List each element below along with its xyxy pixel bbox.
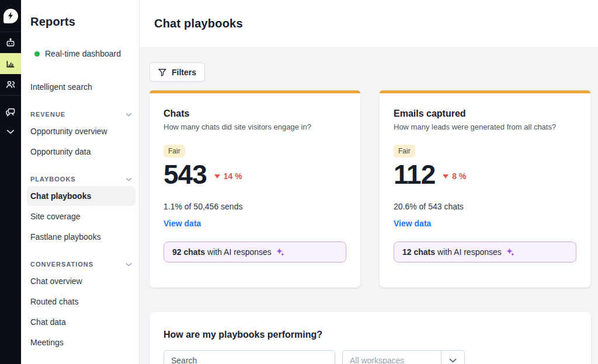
metric-delta: 14 % [214, 172, 242, 181]
sidebar-item-chat-data[interactable]: Chat data [27, 312, 135, 332]
app-window: Reports Real-time dashboard Intelligent … [0, 0, 598, 364]
main-header: Chat playbooks [140, 0, 598, 47]
sidebar-item-label: Fastlane playbooks [30, 232, 101, 242]
rail-item-team[interactable] [0, 74, 21, 95]
section-label: CONVERSATIONS [30, 261, 93, 268]
sidebar-item-label: Real-time dashboard [45, 49, 121, 58]
section-header-conversations[interactable]: CONVERSATIONS [30, 261, 132, 268]
filters-button-label: Filters [172, 68, 196, 77]
robot-icon [5, 37, 16, 48]
workspace-select[interactable]: All workspaces [342, 350, 465, 364]
page-title: Chat playbooks [154, 17, 243, 30]
users-icon [5, 79, 16, 90]
metric-context: 1.1% of 50,456 sends [164, 202, 346, 211]
metric-value: 112 [394, 160, 435, 190]
sidebar-item-opportunity-overview[interactable]: Opportunity overview [27, 121, 135, 141]
rail-more-toggle[interactable] [0, 123, 21, 141]
ai-count: 92 chats [172, 247, 205, 257]
section-header-playbooks[interactable]: PLAYBOOKS [30, 176, 132, 183]
delta-value: 8 % [452, 172, 466, 181]
sidebar-item-intelligent-search[interactable]: Intelligent search [27, 77, 135, 97]
filters-button[interactable]: Filters [150, 62, 205, 82]
section-header-revenue[interactable]: REVENUE [30, 111, 132, 118]
bar-chart-icon [5, 58, 16, 69]
sidebar-item-site-coverage[interactable]: Site coverage [27, 206, 135, 226]
reports-sidebar: Reports Real-time dashboard Intelligent … [21, 0, 140, 364]
rating-badge: Fair [164, 145, 185, 158]
chat-bubbles-icon [5, 107, 16, 117]
rail-item-bot[interactable] [0, 32, 21, 53]
ai-label: with AI responses [437, 247, 502, 257]
sparkles-icon [506, 247, 515, 257]
triangle-down-icon [443, 174, 448, 178]
triangle-down-icon [214, 174, 220, 178]
sidebar-item-fastlane-playbooks[interactable]: Fastlane playbooks [27, 227, 135, 247]
sidebar-nav: Real-time dashboard Intelligent search R… [30, 44, 132, 364]
metric-cards-row: Chats How many chats did site visitors e… [150, 90, 591, 288]
sidebar-item-label: Chat data [30, 317, 66, 327]
metric-card-emails-captured: Emails captured How many leads were gene… [380, 90, 590, 288]
section-label: PLAYBOOKS [30, 176, 76, 183]
ai-responses-pill[interactable]: 92 chats with AI responses [164, 242, 346, 262]
sidebar-item-label: Routed chats [30, 297, 79, 306]
sidebar-item-realtime-dashboard[interactable]: Real-time dashboard [27, 44, 135, 64]
live-status-dot [34, 51, 40, 57]
ai-responses-pill[interactable]: 12 chats with AI responses [394, 242, 576, 262]
icon-rail [0, 0, 21, 364]
sparkles-icon [276, 247, 285, 257]
rating-badge: Fair [394, 145, 415, 158]
sidebar-item-label: Meetings [30, 338, 64, 347]
ai-count: 12 chats [402, 247, 435, 257]
sidebar-item-label: Site coverage [30, 212, 81, 221]
search-input[interactable] [164, 350, 335, 364]
sidebar-title: Reports [30, 15, 132, 29]
main-body: Filters Chats How many chats did site vi… [140, 47, 598, 364]
logo-bubble-icon [4, 9, 18, 23]
view-data-link[interactable]: View data [164, 219, 201, 228]
card-title: Chats [164, 108, 346, 119]
section-label: REVENUE [30, 111, 65, 118]
sidebar-item-meetings[interactable]: Meetings [27, 332, 135, 352]
lightning-bolt-icon [7, 12, 14, 20]
rail-item-reports[interactable] [0, 53, 21, 74]
rail-divider [0, 95, 21, 96]
chevron-down-icon [449, 358, 457, 363]
card-subtitle: How many chats did site visitors engage … [164, 123, 346, 131]
sidebar-item-chat-playbooks[interactable]: Chat playbooks [27, 186, 135, 206]
value-row: 112 8 % [394, 160, 576, 190]
sidebar-item-chat-overview[interactable]: Chat overview [27, 271, 135, 291]
main-area: Chat playbooks Filters Chats How many ch… [140, 0, 598, 364]
value-row: 543 14 % [164, 160, 346, 190]
performance-heading: How are my playbooks performing? [164, 330, 577, 340]
delta-value: 14 % [224, 172, 242, 181]
playbooks-performance-card: How are my playbooks performing? All wor… [150, 312, 591, 364]
chevron-down-icon [126, 177, 132, 181]
select-chevron-area [441, 351, 464, 364]
sidebar-item-routed-chats[interactable]: Routed chats [27, 292, 135, 312]
metric-value: 543 [164, 160, 207, 190]
app-logo[interactable] [0, 0, 21, 32]
chevron-down-icon [6, 130, 15, 134]
performance-controls: All workspaces [164, 350, 577, 364]
metric-card-chats: Chats How many chats did site visitors e… [150, 90, 360, 288]
chevron-down-icon [126, 262, 132, 267]
ai-label: with AI responses [207, 247, 272, 257]
sidebar-item-label: Chat overview [30, 276, 82, 286]
metric-delta: 8 % [443, 172, 466, 181]
chevron-down-icon [126, 113, 132, 117]
card-subtitle: How many leads were generated from all c… [394, 123, 576, 131]
sidebar-item-opportunity-data[interactable]: Opportunity data [27, 142, 135, 162]
sidebar-item-label: Opportunity data [30, 147, 91, 156]
card-title: Emails captured [394, 108, 576, 119]
sidebar-item-label: Chat playbooks [30, 191, 91, 201]
filter-funnel-icon [158, 68, 166, 76]
sidebar-item-label: Opportunity overview [30, 127, 107, 136]
view-data-link[interactable]: View data [394, 219, 431, 228]
metric-context: 20.6% of 543 chats [394, 202, 576, 211]
workspace-select-value: All workspaces [343, 356, 441, 364]
sidebar-item-label: Intelligent search [30, 82, 92, 92]
rail-item-conversations[interactable] [0, 102, 21, 123]
